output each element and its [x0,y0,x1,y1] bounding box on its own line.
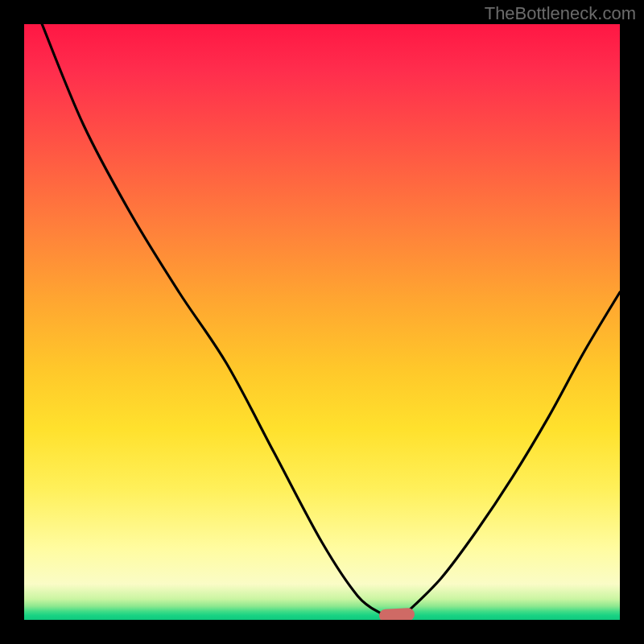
bottleneck-curve [24,24,620,620]
watermark-label: TheBottleneck.com [485,3,636,24]
plot-area [24,24,620,620]
chart-frame: TheBottleneck.com [0,0,644,644]
curve-path [42,24,620,617]
optimal-point-marker [378,608,415,620]
